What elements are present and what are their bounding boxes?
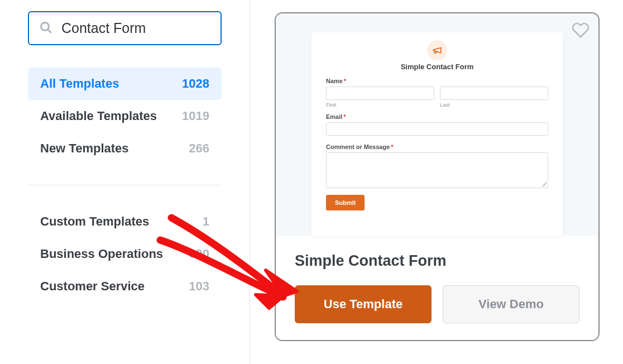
preview-comment-label: Comment or Message* [326, 143, 548, 150]
preview-heading: Simple Contact Form [326, 63, 548, 71]
favorite-button[interactable] [572, 21, 590, 41]
template-card: Simple Contact Form Name* First Last Ema… [275, 12, 600, 341]
sidebar-divider [28, 185, 222, 185]
category-label: Available Templates [40, 109, 157, 123]
preview-email-input [326, 122, 548, 136]
preview-name-label: Name* [326, 78, 548, 84]
category-available-templates[interactable]: Available Templates 1019 [28, 100, 222, 132]
view-demo-button[interactable]: View Demo [443, 285, 579, 323]
search-field-wrapper[interactable] [28, 11, 222, 45]
preview-first-sublabel: First [326, 102, 434, 108]
preview-submit-button: Submit [326, 195, 365, 210]
template-title: Simple Contact Form [295, 252, 579, 270]
preview-email-label: Email* [326, 113, 548, 120]
preview-first-input [326, 87, 434, 100]
preview-comment-input [326, 152, 548, 188]
category-list-primary: All Templates 1028 Available Templates 1… [28, 68, 222, 165]
category-new-templates[interactable]: New Templates 266 [28, 132, 222, 165]
category-all-templates[interactable]: All Templates 1028 [28, 68, 222, 100]
megaphone-icon [427, 40, 447, 60]
category-count: 266 [189, 141, 209, 156]
category-label: New Templates [40, 141, 129, 156]
category-label: All Templates [40, 76, 119, 91]
category-customer-service[interactable]: Customer Service 103 [28, 270, 222, 303]
category-list-secondary: Custom Templates 1 Business Operations 6… [28, 205, 222, 303]
preview-form: Simple Contact Form Name* First Last Ema… [312, 32, 563, 236]
template-card-body: Simple Contact Form Use Template View De… [276, 236, 598, 340]
category-label: Customer Service [40, 279, 145, 294]
category-custom-templates[interactable]: Custom Templates 1 [28, 205, 222, 238]
search-input[interactable] [61, 20, 210, 36]
preview-last-sublabel: Last [440, 102, 548, 108]
template-preview: Simple Contact Form Name* First Last Ema… [276, 13, 598, 236]
search-icon [39, 21, 52, 36]
preview-last-input [440, 87, 548, 100]
category-count: 1 [203, 214, 209, 229]
use-template-button[interactable]: Use Template [295, 285, 432, 323]
category-label: Business Operations [40, 247, 163, 261]
category-label: Custom Templates [40, 214, 149, 229]
category-count: 600 [189, 247, 209, 261]
category-count: 1019 [182, 109, 209, 123]
category-count: 1028 [182, 76, 209, 91]
template-sidebar: All Templates 1028 Available Templates 1… [0, 0, 250, 364]
category-business-operations[interactable]: Business Operations 600 [28, 238, 222, 270]
template-main: Simple Contact Form Name* First Last Ema… [250, 0, 623, 364]
svg-line-1 [48, 30, 51, 32]
category-count: 103 [189, 279, 209, 294]
